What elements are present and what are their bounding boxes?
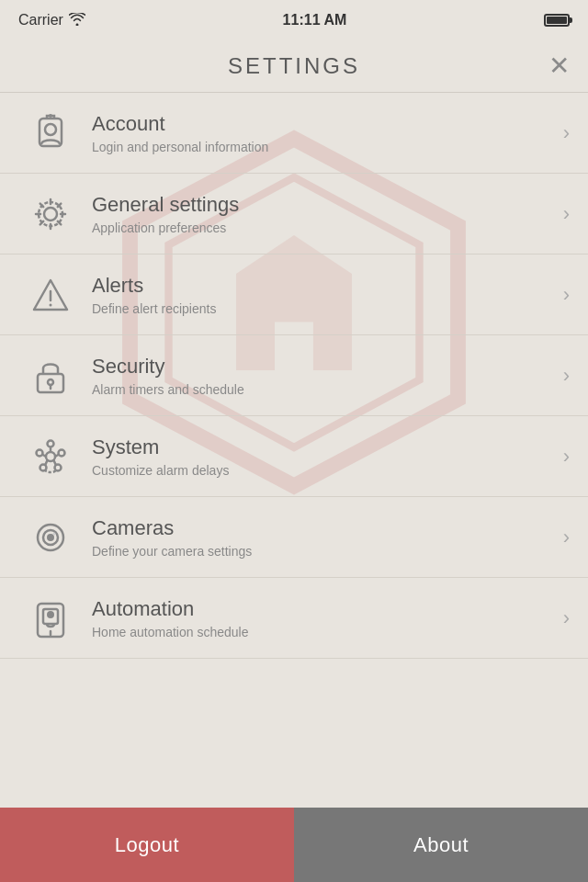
security-icon-container — [18, 354, 83, 398]
alerts-icon-container — [18, 273, 83, 317]
automation-chevron: › — [563, 606, 570, 630]
account-icon-container — [18, 111, 83, 155]
alerts-title: Alerts — [92, 274, 563, 298]
status-bar: Carrier 11:11 AM — [0, 0, 588, 40]
home-network-icon — [28, 435, 73, 479]
system-text: System Customize alarm delays — [83, 435, 563, 478]
svg-point-3 — [45, 124, 56, 135]
carrier-text: Carrier — [18, 12, 63, 28]
settings-menu: Account Login and personal information ›… — [0, 93, 588, 659]
automation-title: Automation — [92, 597, 563, 621]
footer: Logout About — [0, 808, 588, 882]
svg-point-30 — [47, 611, 54, 618]
account-icon — [28, 111, 73, 155]
security-chevron: › — [563, 364, 570, 388]
menu-item-alerts[interactable]: Alerts Define alert recipients › — [0, 254, 588, 335]
account-title: Account — [92, 112, 563, 136]
account-chevron: › — [563, 121, 570, 145]
security-text: Security Alarm timers and schedule — [83, 355, 563, 397]
general-text: General settings Application preferences — [83, 193, 563, 235]
gear-icon — [28, 192, 73, 236]
cameras-subtitle: Define your camera settings — [92, 544, 563, 559]
wifi-icon — [69, 13, 85, 28]
system-icon-container — [18, 435, 83, 479]
general-title: General settings — [92, 193, 563, 217]
menu-item-cameras[interactable]: Cameras Define your camera settings › — [0, 497, 588, 578]
cameras-chevron: › — [563, 526, 570, 549]
svg-point-26 — [53, 532, 56, 535]
menu-item-automation[interactable]: Automation Home automation schedule › — [0, 578, 588, 659]
svg-point-4 — [49, 114, 52, 118]
system-subtitle: Customize alarm delays — [92, 463, 563, 478]
security-lock-icon — [28, 354, 73, 398]
svg-line-21 — [45, 459, 48, 466]
menu-item-security[interactable]: Security Alarm timers and schedule › — [0, 335, 588, 416]
battery-indicator — [544, 14, 570, 27]
camera-eye-icon — [28, 515, 73, 560]
battery-icon — [544, 14, 570, 27]
account-subtitle: Login and personal information — [92, 140, 563, 154]
page-title: SETTINGS — [228, 53, 360, 79]
security-subtitle: Alarm timers and schedule — [92, 382, 563, 397]
svg-point-25 — [47, 534, 54, 541]
svg-line-22 — [53, 459, 56, 466]
general-subtitle: Application preferences — [92, 220, 563, 235]
svg-point-5 — [44, 208, 57, 220]
home-device-icon — [28, 596, 73, 640]
automation-icon-container — [18, 596, 83, 640]
close-button[interactable]: ✕ — [548, 53, 570, 79]
system-title: System — [92, 435, 563, 459]
svg-point-15 — [48, 440, 54, 447]
carrier-wifi: Carrier — [18, 12, 85, 28]
about-button[interactable]: About — [294, 808, 588, 882]
menu-item-account[interactable]: Account Login and personal information › — [0, 93, 588, 174]
automation-subtitle: Home automation schedule — [92, 625, 563, 639]
alerts-subtitle: Define alert recipients — [92, 301, 563, 316]
alerts-text: Alerts Define alert recipients — [83, 274, 563, 316]
header: SETTINGS ✕ — [0, 40, 588, 93]
cameras-text: Cameras Define your camera settings — [83, 516, 563, 559]
menu-item-system[interactable]: System Customize alarm delays › — [0, 416, 588, 497]
time-display: 11:11 AM — [283, 12, 347, 28]
logout-button[interactable]: Logout — [0, 808, 294, 882]
automation-text: Automation Home automation schedule — [83, 597, 563, 639]
system-chevron: › — [563, 445, 570, 469]
general-icon-container — [18, 192, 83, 236]
general-chevron: › — [563, 202, 570, 226]
cameras-title: Cameras — [92, 516, 563, 540]
account-text: Account Login and personal information — [83, 112, 563, 154]
alerts-chevron: › — [563, 283, 570, 307]
svg-point-8 — [50, 303, 52, 306]
alert-triangle-icon — [28, 273, 73, 317]
security-title: Security — [92, 355, 563, 379]
cameras-icon-container — [18, 515, 83, 560]
menu-item-general[interactable]: General settings Application preferences… — [0, 174, 588, 254]
